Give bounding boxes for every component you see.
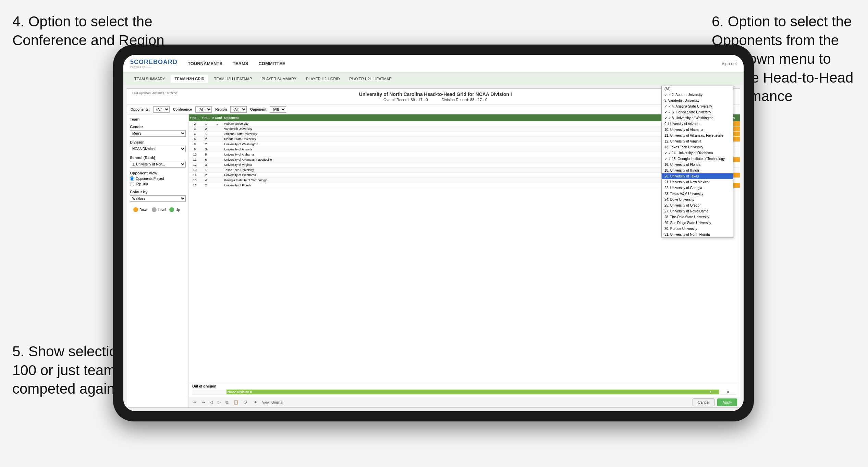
left-panel: Team Gender Men's Division NCAA Division… (127, 114, 189, 407)
cell-conf (211, 185, 223, 186)
dropdown-item[interactable]: 28. The Ohio State University (662, 214, 733, 220)
dropdown-item[interactable]: 18. University of Illinois (662, 168, 733, 173)
opponent-dropdown[interactable]: (All)✓ 2. Auburn University3. Vanderbilt… (661, 114, 733, 238)
school-section: School (Rank) 1. University of Nort... (130, 156, 186, 168)
division-section: Division NCAA Division I (130, 140, 186, 152)
colour-label: Colour by (130, 190, 186, 194)
table-row: 11 6 University of Arkansas, Fayettevill… (189, 157, 740, 162)
dropdown-item[interactable]: 29. San Diego State University (662, 220, 733, 226)
division-select[interactable]: NCAA Division I (130, 146, 186, 152)
cell-rank: 12 (189, 162, 201, 167)
toolbar-undo[interactable]: ↩ (192, 399, 198, 405)
cell-opponent: Florida State University (223, 137, 706, 142)
toolbar-redo[interactable]: ↪ (200, 399, 207, 405)
cell-opponent: Arizona State University (223, 132, 706, 136)
toolbar-paste[interactable]: 📋 (232, 399, 240, 405)
nav-committee[interactable]: COMMITTEE (258, 61, 285, 66)
dropdown-item[interactable]: 24. Duke University (662, 197, 733, 202)
tab-team-h2h-heatmap[interactable]: TEAM H2H HEATMAP (210, 75, 256, 83)
opponents-filter[interactable]: (All) (153, 106, 170, 113)
radio-top100-label: Top 100 (136, 182, 148, 186)
dropdown-item[interactable]: 9. University of Arizona (662, 121, 733, 127)
col-rank-header: # Rank (189, 115, 201, 120)
cell-rank: 4 (189, 132, 201, 136)
toolbar-copy[interactable]: ⧉ (224, 399, 230, 405)
nav-sign-out[interactable]: Sign out (722, 61, 737, 66)
opponent-filter[interactable]: (All) (270, 106, 286, 113)
dropdown-item[interactable]: ✓ 14. University of Oklahoma (662, 150, 733, 156)
legend-down: Down (133, 207, 148, 212)
conference-filter[interactable]: (All) (195, 106, 212, 113)
dropdown-item[interactable]: 11. University of Arkansas, Fayetteville (662, 133, 733, 138)
dropdown-item[interactable]: 21. University of New Mexico (662, 179, 733, 185)
legend-up: Up (169, 207, 180, 212)
cell-reg: 6 (201, 157, 211, 162)
report-meta: Last Updated: 4/7/2024 16:55:38 (132, 91, 177, 95)
dropdown-item[interactable]: 25. University of Oregon (662, 202, 733, 208)
colour-select[interactable]: Win/loss (130, 195, 186, 202)
cancel-button[interactable]: Cancel (693, 398, 714, 406)
toolbar-bottom: ↩ ↪ ◁ ▷ ⧉ 📋 ⏱ 👁 View: Original Cancel Ap… (189, 397, 740, 407)
cell-rank: 13 (189, 168, 201, 172)
table-area: 2 1 1 Auburn University 2 1 3 2 Vanderbi… (189, 121, 740, 382)
tab-player-h2h-heatmap[interactable]: PLAYER H2H HEATMAP (345, 75, 395, 83)
dropdown-item[interactable]: 10. University of Alabama (662, 127, 733, 133)
dropdown-item[interactable]: 13. Texas Tech University (662, 144, 733, 150)
dropdown-item[interactable]: 20. University of Texas (662, 173, 733, 179)
nav-teams[interactable]: TEAMS (233, 61, 248, 66)
table-row: 16 2 University of Florida 5 1 (189, 183, 740, 188)
cell-opponent: University of Arkansas, Fayetteville (223, 157, 706, 162)
radio-opponents-played[interactable]: Opponents Played (130, 176, 186, 181)
opponent-view-label: Opponent View (130, 171, 186, 175)
school-select[interactable]: 1. University of Nort... (130, 161, 186, 168)
toolbar-forward[interactable]: ▷ (216, 399, 222, 405)
tab-team-summary[interactable]: TEAM SUMMARY (130, 75, 169, 83)
cell-reg: 3 (201, 147, 211, 152)
cell-reg: 4 (201, 178, 211, 183)
conference-label: Conference (173, 108, 192, 111)
dropdown-item[interactable]: 23. Texas A&M University (662, 191, 733, 197)
dropdown-item[interactable]: 12. University of Virginia (662, 138, 733, 144)
cell-rank: 2 (189, 121, 201, 126)
dropdown-item[interactable]: 27. University of Notre Dame (662, 208, 733, 214)
cell-opponent: University of Arizona (223, 147, 706, 152)
cell-conf (211, 144, 223, 145)
right-content: # Rank # Reg # Conf Opponent Win Loss 2 … (189, 114, 740, 407)
tablet-screen: 5COREBOARD Powered by ........ TOURNAMEN… (123, 55, 744, 411)
view-original: View: Original (262, 401, 283, 404)
legend-level: Level (152, 207, 166, 212)
radio-top100[interactable]: Top 100 (130, 182, 186, 186)
cell-conf (211, 164, 223, 165)
cell-conf (211, 159, 223, 160)
school-label: School (Rank) (130, 156, 186, 160)
table-row: 10 5 University of Alabama 3 0 (189, 152, 740, 157)
toolbar-clock[interactable]: ⏱ (242, 399, 249, 405)
dropdown-item[interactable]: ✓ 15. Georgia Institute of Technology (662, 156, 733, 162)
region-label: Region (215, 108, 227, 111)
cell-reg: 1 (201, 132, 211, 136)
colour-section: Colour by Win/loss (130, 190, 186, 202)
tab-player-h2h-grid[interactable]: PLAYER H2H GRID (302, 75, 344, 83)
sub-navbar: TEAM SUMMARY TEAM H2H GRID TEAM H2H HEAT… (123, 73, 744, 85)
cell-conf (211, 128, 223, 130)
nav-tournaments[interactable]: TOURNAMENTS (188, 61, 222, 66)
gender-select[interactable]: Men's (130, 130, 186, 137)
cell-opponent: University of Oklahoma (223, 173, 706, 177)
cell-reg: 3 (201, 162, 211, 167)
dropdown-item[interactable]: 31. University of North Florida (662, 232, 733, 237)
table-row: 9 3 University of Arizona 1 0 (189, 147, 740, 152)
tab-player-summary[interactable]: PLAYER SUMMARY (257, 75, 301, 83)
tab-team-h2h-grid[interactable]: TEAM H2H GRID (171, 75, 209, 83)
region-filter[interactable]: (All) (230, 106, 247, 113)
dropdown-item[interactable]: 16. University of Florida (662, 162, 733, 168)
toolbar-back[interactable]: ◁ (208, 399, 215, 405)
dropdown-item[interactable]: ✓ 8. University of Washington (662, 115, 733, 121)
apply-button[interactable]: Apply (717, 398, 737, 406)
content-body: Team Gender Men's Division NCAA Division… (127, 114, 740, 407)
cell-opponent: University of Florida (223, 183, 706, 188)
table-row: 6 2 Florida State University 4 2 (189, 137, 740, 142)
legend-down-label: Down (139, 208, 148, 212)
dropdown-item[interactable]: 30. Purdue University (662, 226, 733, 232)
dropdown-item[interactable]: 22. University of Georgia (662, 185, 733, 191)
cell-reg: 1 (201, 121, 211, 126)
